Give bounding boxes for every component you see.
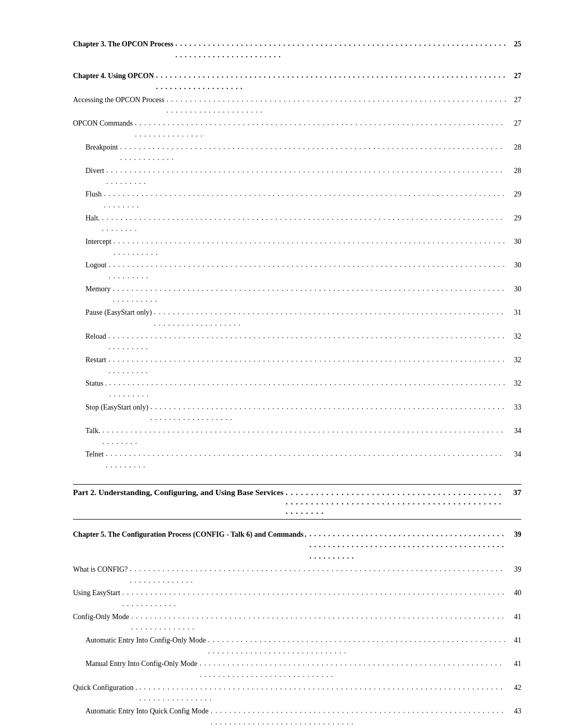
part2-page: 37 <box>509 488 521 497</box>
toc-dots-easystart <box>123 587 507 609</box>
toc-entry-opcon-commands: OPCON Commands 27 <box>73 118 521 140</box>
toc-dots-reload <box>108 330 507 353</box>
toc-page-auto-quick-config: 43 <box>509 706 521 717</box>
toc-page-pause: 31 <box>509 307 521 318</box>
toc-entry-memory: Memory 30 <box>73 283 521 306</box>
toc-label-manual-config-only: Manual Entry Into Config-Only Mode <box>85 658 198 670</box>
toc-label-intercept: Intercept <box>85 236 112 248</box>
toc-label-config-only: Config-Only Mode <box>73 611 129 623</box>
toc-page-stop: 33 <box>509 402 521 413</box>
toc-page-intercept: 30 <box>509 236 521 248</box>
toc-label-memory: Memory <box>85 283 111 295</box>
toc-page-telnet: 34 <box>509 449 521 460</box>
toc-label-auto-quick-config: Automatic Entry Into Quick Config Mode <box>85 706 209 717</box>
toc-label-easystart: Using EasyStart <box>73 587 120 599</box>
toc-label-breakpoint: Breakpoint <box>85 142 118 153</box>
toc-label-flush: Flush <box>85 189 102 200</box>
toc-ch5-dots <box>310 528 507 562</box>
toc-entry-reload: Reload 32 <box>73 331 521 353</box>
toc-page-easystart: 40 <box>509 587 521 599</box>
toc-label-stop: Stop (EasyStart only) <box>85 402 149 413</box>
toc-ch5-page: 39 <box>509 529 521 540</box>
toc-entry-restart: Restart 32 <box>73 354 521 377</box>
toc-entry-auto-config-only: Automatic Entry Into Config-Only Mode 41 <box>73 635 521 657</box>
toc-dots-divert <box>106 165 507 187</box>
toc-page-accessing: 27 <box>509 94 521 106</box>
toc-page-manual-config-only: 41 <box>509 658 521 670</box>
toc-page-config-only: 41 <box>509 611 521 623</box>
toc-page-restart: 32 <box>509 354 521 366</box>
toc-dots-config-only <box>131 611 507 633</box>
toc-page-halt: 29 <box>509 213 521 224</box>
toc-page-what-config: 39 <box>509 564 521 575</box>
toc-dots-quick-config <box>139 682 507 704</box>
toc-label-halt: Halt. <box>85 213 100 224</box>
toc-dots-accessing <box>166 94 507 116</box>
toc-dots-stop <box>151 401 507 424</box>
toc-ch3: Chapter 3. The OPCON Process 25 <box>73 39 521 61</box>
toc-entry-easystart: Using EasyStart 40 <box>73 587 521 610</box>
toc-label-telnet: Telnet <box>85 449 104 460</box>
toc-label-divert: Divert <box>85 165 104 177</box>
toc-page-status: 32 <box>509 378 521 389</box>
toc-entry-status: Status . 32 <box>73 378 521 400</box>
toc-page-flush: 29 <box>509 189 521 200</box>
toc-entry-logout: Logout 30 <box>73 260 521 282</box>
toc-ch5-dot: . <box>304 529 307 540</box>
toc-ch4-page: 27 <box>509 70 521 82</box>
toc-dots-flush <box>104 188 507 211</box>
toc-label-status: Status . <box>85 378 107 389</box>
toc-dots-auto-config-only <box>208 634 507 657</box>
toc-ch3-dots <box>176 38 507 60</box>
toc-page-opcon-commands: 27 <box>509 118 521 129</box>
toc-ch3-label: Chapter 3. The OPCON Process <box>73 39 174 50</box>
toc-label-talk: Talk. <box>85 425 100 437</box>
toc-dots-breakpoint <box>120 141 507 164</box>
toc-dots-telnet <box>106 448 507 471</box>
toc-ch5-label: Chapter 5. The Configuration Process (CO… <box>73 529 303 540</box>
toc-entry-breakpoint: Breakpoint 28 <box>73 142 521 164</box>
toc-dots-status <box>109 377 507 400</box>
toc-entry-divert: Divert 28 <box>73 165 521 188</box>
toc-ch4-dots <box>156 70 507 92</box>
toc-label-logout: Logout <box>85 260 106 271</box>
toc-entry-quick-config: Quick Configuration . 42 <box>73 682 521 705</box>
toc-page-logout: 30 <box>509 260 521 271</box>
toc-page-quick-config: 42 <box>509 682 521 694</box>
toc-page-divert: 28 <box>509 165 521 177</box>
toc-label-opcon-commands: OPCON Commands <box>73 118 133 129</box>
toc-page-talk: 34 <box>509 425 521 437</box>
toc-entry-pause: Pause (EasyStart only) 31 <box>73 307 521 329</box>
toc-label-accessing: Accessing the OPCON Process <box>73 94 164 106</box>
toc-ch5: Chapter 5. The Configuration Process (CO… <box>73 529 521 563</box>
toc-page-auto-config-only: 41 <box>509 635 521 646</box>
toc-label-quick-config: Quick Configuration . <box>73 682 137 694</box>
toc-dots-logout <box>108 259 507 281</box>
part2-dots <box>286 488 507 516</box>
toc-dots-what-config <box>130 563 507 586</box>
toc-dots-memory <box>113 283 507 305</box>
part2-heading: Part 2. Understanding, Configuring, and … <box>73 484 521 520</box>
toc-entry-manual-config-only: Manual Entry Into Config-Only Mode 41 <box>73 658 521 681</box>
toc-entry-intercept: Intercept 30 <box>73 236 521 258</box>
toc-page-breakpoint: 28 <box>509 142 521 153</box>
toc-dots-pause <box>154 306 507 329</box>
part2-label: Part 2. Understanding, Configuring, and … <box>73 488 284 497</box>
toc-dots-talk <box>102 425 507 447</box>
toc-entry-halt: Halt. 29 <box>73 213 521 235</box>
toc-entry-config-only: Config-Only Mode 41 <box>73 611 521 634</box>
toc-dots-manual-config-only <box>200 658 507 680</box>
toc-dots-halt <box>102 212 507 235</box>
toc-dots-auto-quick-config <box>211 705 507 727</box>
toc-entry-what-config: What is CONFIG? 39 <box>73 564 521 586</box>
toc-entry-stop: Stop (EasyStart only) 33 <box>73 402 521 424</box>
page: Chapter 3. The OPCON Process 25 Chapter … <box>0 0 563 728</box>
toc-page-reload: 32 <box>509 331 521 342</box>
toc-ch3-page: 25 <box>509 39 521 50</box>
toc-label-auto-config-only: Automatic Entry Into Config-Only Mode <box>85 635 206 646</box>
toc-dots-restart <box>108 354 507 376</box>
toc-label-what-config: What is CONFIG? <box>73 564 128 575</box>
toc-label-restart: Restart <box>85 354 106 366</box>
toc-dots-opcon-commands <box>135 117 507 140</box>
toc-entry-telnet: Telnet 34 <box>73 449 521 471</box>
